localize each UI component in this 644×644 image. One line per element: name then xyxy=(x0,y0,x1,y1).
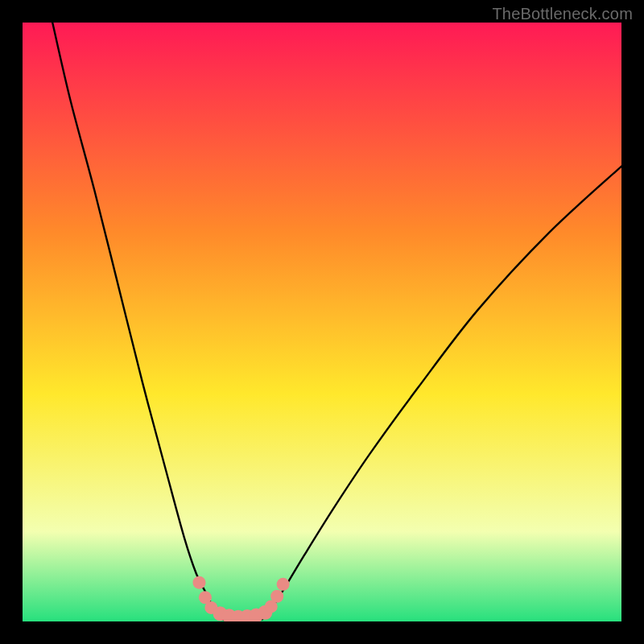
valley-dot xyxy=(277,578,290,591)
valley-dot xyxy=(192,576,205,589)
chart-frame xyxy=(23,23,621,621)
gradient-background xyxy=(23,23,621,621)
watermark-text: TheBottleneck.com xyxy=(492,5,633,23)
bottleneck-chart xyxy=(23,23,621,621)
valley-dot xyxy=(270,590,283,603)
